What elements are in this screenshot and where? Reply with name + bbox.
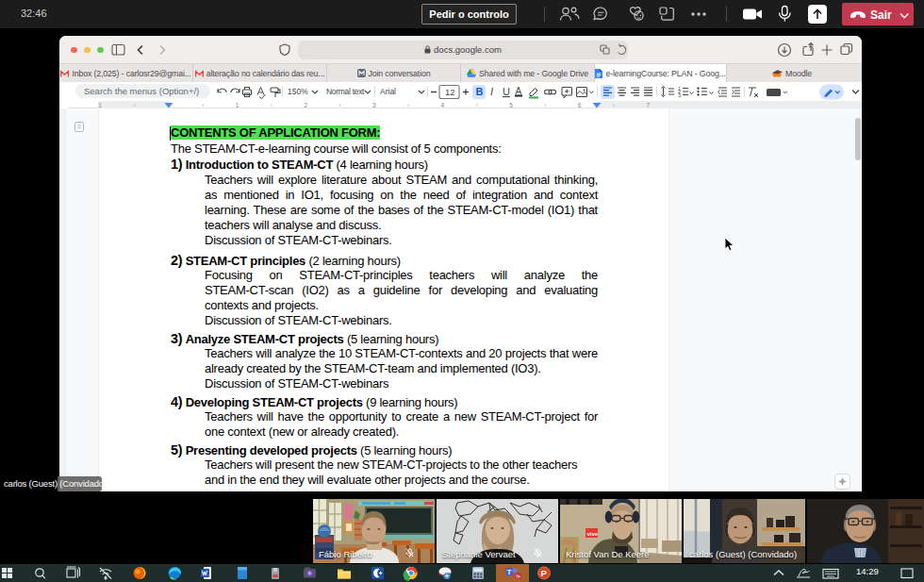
svg-text:1: 1 xyxy=(236,102,239,108)
svg-text:T: T xyxy=(507,568,512,576)
svg-text:150%: 150% xyxy=(288,87,308,96)
svg-text:A: A xyxy=(516,86,522,96)
svg-text:B: B xyxy=(476,86,484,97)
svg-text:7: 7 xyxy=(646,102,650,108)
svg-text:U: U xyxy=(503,86,510,97)
svg-text:vive: vive xyxy=(587,531,599,537)
svg-text:3: 3 xyxy=(372,102,376,108)
svg-text:1: 1 xyxy=(98,102,102,108)
svg-text:P: P xyxy=(541,568,548,578)
svg-text:Normal text: Normal text xyxy=(326,87,365,96)
svg-text:Arial: Arial xyxy=(380,87,396,96)
svg-text:4: 4 xyxy=(441,102,445,108)
svg-text:6: 6 xyxy=(578,102,582,108)
svg-text:Sair: Sair xyxy=(870,8,892,22)
svg-text:12: 12 xyxy=(445,87,455,97)
svg-text:5: 5 xyxy=(509,102,513,108)
svg-text:3: 3 xyxy=(678,92,681,98)
svg-text:2: 2 xyxy=(304,102,307,108)
svg-text:I: I xyxy=(490,86,493,97)
